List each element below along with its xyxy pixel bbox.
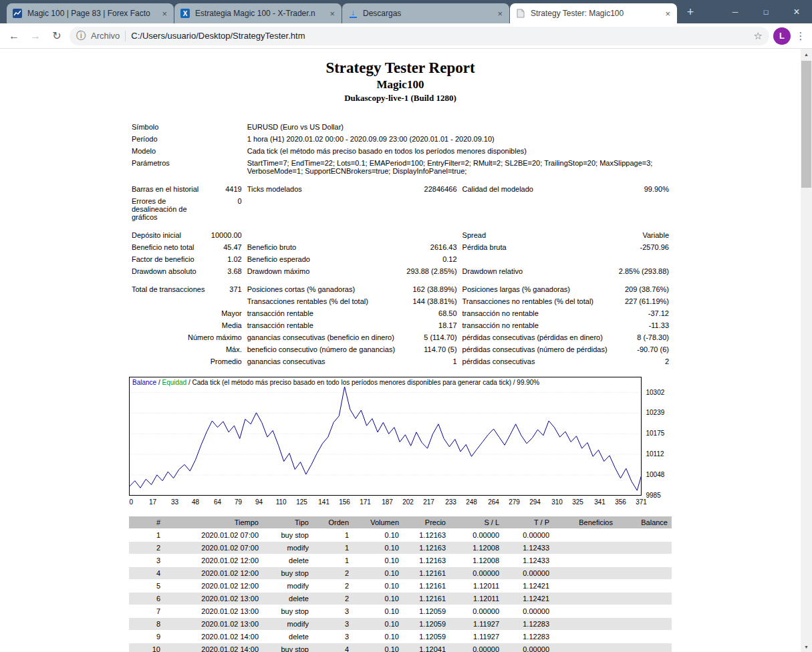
forward-button[interactable]: → — [27, 27, 44, 45]
summary-cell: Transacciones no rentables (% del total) — [460, 295, 615, 307]
trades-cell: 1.12163 — [403, 529, 450, 541]
summary-cell: 1 — [402, 355, 460, 367]
summary-cell — [460, 253, 615, 265]
svg-text:48: 48 — [192, 498, 200, 506]
tab-title: Magic 100 | Page 83 | Forex Facto — [27, 9, 156, 18]
trades-table: #TiempoTipoOrdenVolumenPrecioS / LT / PB… — [129, 516, 672, 652]
summary-cell: transacción rentable — [245, 307, 402, 319]
table-row: 42020.01.02 12:00buy stop20.101.121610.0… — [129, 567, 672, 579]
tab-title: Strategy Tester: Magic100 — [531, 9, 659, 18]
svg-text:9985: 9985 — [646, 492, 662, 499]
trades-cell — [617, 580, 672, 592]
trades-cell: 2 — [313, 567, 353, 579]
legend-equity-label: Equidad — [162, 379, 186, 386]
trades-cell: 1.12161 — [403, 567, 450, 579]
menu-icon[interactable]: ⋮ — [795, 30, 807, 42]
trades-header-cell: Volumen — [353, 516, 403, 528]
omnibox[interactable]: ⓘ Archivo C:/Users/usuario/Desktop/Strat… — [70, 27, 769, 45]
browser-tab[interactable]: Magic 100 | Page 83 | Forex Facto× — [7, 3, 174, 23]
summary-cell: Posiciones cortas (% ganadoras) — [245, 283, 402, 295]
table-row: 12020.01.02 07:00buy stop10.101.121630.0… — [129, 529, 672, 541]
summary-cell: ganancias consecutivas (beneficio en din… — [245, 331, 402, 343]
svg-text:248: 248 — [466, 498, 477, 506]
scrollbar-thumb[interactable] — [801, 61, 811, 188]
summary-cell: 114.70 (5) — [402, 343, 460, 355]
summary-cell — [209, 145, 245, 157]
svg-text:371: 371 — [636, 498, 647, 506]
trades-cell: buy stop — [263, 643, 313, 652]
summary-cell: 4419 — [209, 183, 245, 195]
trades-cell: 4 — [129, 567, 164, 579]
trades-cell: delete — [263, 631, 313, 643]
trades-cell: 1.11927 — [450, 618, 503, 630]
close-button[interactable]: × — [781, 0, 812, 23]
tab-close-icon[interactable]: × — [664, 9, 672, 19]
svg-text:141: 141 — [318, 498, 329, 506]
tab-close-icon[interactable]: × — [160, 9, 168, 19]
trades-cell — [553, 643, 617, 652]
summary-cell: 293.88 (2.85%) — [402, 265, 460, 277]
back-button[interactable]: ← — [5, 27, 23, 45]
trades-header-cell: Beneficios — [553, 516, 617, 528]
trades-cell: 1.12283 — [503, 631, 553, 643]
svg-text:356: 356 — [615, 498, 626, 506]
trades-cell: 1.12161 — [403, 593, 450, 605]
chart-legend: Balance / Equidad / Cada tick (el método… — [132, 379, 539, 386]
trades-cell: 0.10 — [353, 631, 403, 643]
trades-cell: 1.12059 — [403, 605, 450, 617]
bookmark-star-icon[interactable]: ☆ — [754, 30, 763, 42]
trades-cell — [617, 631, 672, 643]
summary-cell: Parámetros — [129, 157, 209, 177]
trades-cell: 3 — [313, 631, 353, 643]
summary-cell: Período — [129, 133, 209, 145]
tab-close-icon[interactable]: × — [328, 9, 336, 19]
trades-cell: 10 — [129, 643, 164, 652]
trades-cell — [617, 542, 672, 554]
trades-cell: 1.12008 — [450, 542, 503, 554]
balance-chart: 9985100481011210175102391030201733486479… — [129, 377, 672, 508]
summary-cell: beneficio consecutivo (número de gananci… — [245, 343, 402, 355]
trades-cell — [617, 605, 672, 617]
trades-cell — [553, 580, 617, 592]
trades-cell: 1.11927 — [450, 631, 503, 643]
trades-cell: 0.10 — [353, 529, 403, 541]
summary-cell: pérdidas consecutivas (número de pérdida… — [460, 343, 615, 355]
trades-cell — [617, 567, 672, 579]
scrollbar[interactable]: ▲ ▼ — [801, 49, 812, 652]
maximize-button[interactable]: □ — [751, 0, 781, 23]
trades-cell: 3 — [313, 618, 353, 630]
trades-cell: 3 — [129, 554, 164, 566]
trades-cell: 1.12433 — [503, 542, 553, 554]
summary-cell: Mayor — [129, 307, 245, 319]
url-text[interactable]: C:/Users/usuario/Desktop/StrategyTester.… — [131, 31, 748, 41]
profile-avatar[interactable]: L — [773, 27, 791, 45]
scroll-down-icon[interactable]: ▼ — [801, 641, 812, 652]
table-row: 72020.01.02 13:00buy stop30.101.120590.0… — [129, 605, 672, 617]
trades-cell — [553, 593, 617, 605]
minimize-button[interactable]: ─ — [720, 0, 751, 23]
table-row: 22020.01.02 07:00modify10.101.121631.120… — [129, 542, 672, 554]
browser-tab[interactable]: Strategy Tester: Magic100× — [510, 3, 677, 23]
new-tab-button[interactable]: + — [681, 3, 700, 21]
trades-cell: 0.10 — [353, 542, 403, 554]
trades-cell: 0.00000 — [503, 643, 553, 652]
svg-text:10175: 10175 — [646, 430, 665, 437]
scroll-up-icon[interactable]: ▲ — [801, 49, 812, 60]
trades-cell: 2020.01.02 07:00 — [164, 529, 263, 541]
svg-text:125: 125 — [296, 498, 307, 506]
summary-cell: 144 (38.81%) — [402, 295, 460, 307]
svg-text:171: 171 — [360, 498, 371, 506]
summary-cell: 18.17 — [402, 319, 460, 331]
browser-tab[interactable]: XEstrategia Magic 100 - X-Trader.n× — [174, 3, 342, 23]
legend-balance-label: Balance — [132, 379, 156, 386]
browser-tab[interactable]: ↓Descargas× — [342, 3, 509, 23]
summary-cell: -2570.96 — [614, 241, 672, 253]
reload-button[interactable]: ↻ — [48, 27, 65, 45]
summary-cell: 2616.43 — [402, 241, 460, 253]
summary-cell: Cada tick (el método más preciso basado … — [245, 145, 672, 157]
info-icon[interactable]: ⓘ — [76, 30, 86, 42]
tab-title: Descargas — [363, 9, 491, 18]
summary-cell: EURUSD (Euro vs US Dollar) — [245, 121, 672, 133]
tab-close-icon[interactable]: × — [496, 9, 504, 19]
summary-cell: 22846466 — [402, 183, 460, 195]
